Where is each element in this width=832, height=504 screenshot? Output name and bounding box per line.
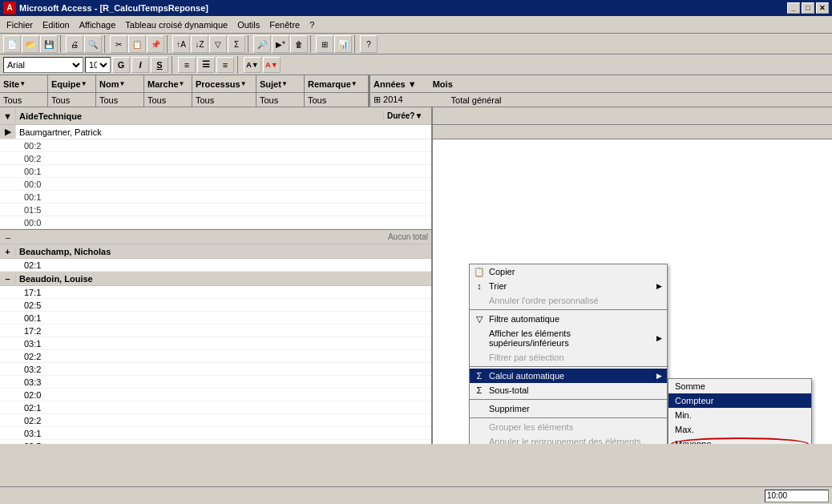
ctx-grouper-label: Grouper les éléments (489, 422, 573, 432)
menu-affichage[interactable]: Affichage (75, 17, 121, 33)
beauchamp-name: Beauchamp, Nicholas (16, 247, 431, 256)
new-record-btn[interactable]: ▶* (272, 35, 289, 53)
fill-color-btn[interactable]: A▼ (244, 57, 261, 73)
minimize-button[interactable]: _ (787, 2, 800, 14)
status-bar: 10:00 (0, 486, 832, 504)
sep3 (167, 35, 170, 53)
underline-btn[interactable]: S (151, 57, 168, 73)
ctx-afficher-elem[interactable]: Afficher les éléments supérieurs/inférie… (470, 326, 667, 350)
maximize-button[interactable]: □ (802, 2, 814, 14)
preview-btn[interactable]: 🔍 (84, 35, 102, 53)
col-header-sujet[interactable]: Sujet▼ (256, 75, 305, 92)
col-header-processus[interactable]: Processus▼ (192, 75, 256, 92)
pivot-btn[interactable]: ⊞ (316, 35, 333, 53)
help-btn[interactable]: ? (360, 35, 378, 53)
beaudoin-row-1: 17:1 (0, 286, 431, 299)
filter-val-equipe: Tous (48, 93, 96, 107)
bold-btn[interactable]: G (112, 57, 130, 73)
font-select[interactable]: Arial (3, 57, 83, 73)
site-arrow: ▼ (19, 80, 26, 87)
new-btn[interactable]: 📄 (3, 35, 21, 53)
year-2014: ⊞ 2014 (374, 95, 403, 105)
filter-btn[interactable]: ▽ (209, 35, 227, 53)
ctx-sous-total-label: Sous-total (489, 385, 529, 395)
context-menu: 📋 Copier ↕ Trier ▶ Annuler l'ordre perso… (469, 264, 668, 444)
beauchamp-data: 02:1 (0, 259, 431, 272)
data-row-7: 00:0 (0, 216, 431, 229)
copy-icon: 📋 (473, 265, 486, 278)
ctx-sep-3 (470, 399, 667, 400)
menu-help[interactable]: ? (305, 17, 319, 33)
expand-baumgartner[interactable]: ▶ (0, 125, 16, 139)
align-center-btn[interactable]: ☰ (197, 57, 215, 73)
beaudoin-name: Beaudoin, Louise (16, 274, 431, 284)
sort-asc-btn[interactable]: ↑A (172, 35, 190, 53)
beaudoin-row-2: 02:5 (0, 299, 431, 312)
sub-max[interactable]: Max. (668, 422, 811, 437)
sep7 (172, 56, 175, 74)
expand-beaudoin[interactable]: – (0, 274, 16, 284)
ctx-trier[interactable]: ↕ Trier ▶ (470, 279, 667, 293)
sigma-btn[interactable]: Σ (228, 35, 245, 53)
menu-edition[interactable]: Edition (38, 17, 75, 33)
size-select[interactable]: 10 (85, 57, 111, 73)
ctx-calcul-auto[interactable]: Σ Calcul automatique ▶ (470, 369, 667, 383)
sort-desc-btn[interactable]: ↓Z (191, 35, 208, 53)
collapse-btn[interactable]: – (0, 232, 16, 242)
column-headers: Site▼ Equipe▼ Nom▼ Marche▼ Processus▼ Su… (0, 75, 832, 93)
sub-min[interactable]: Min. (668, 408, 811, 422)
processus-arrow: ▼ (240, 80, 247, 87)
group-aide-technique: ▼ AideTechnique Durée?▼ (0, 107, 431, 125)
beaudoin-row-6: 02:2 (0, 350, 431, 363)
menu-fichier[interactable]: Fichier (2, 17, 38, 33)
sub-compteur[interactable]: Compteur (668, 393, 811, 408)
paste-btn[interactable]: 📌 (147, 35, 164, 53)
find-btn[interactable]: 🔎 (253, 35, 271, 53)
italic-btn[interactable]: I (131, 57, 149, 73)
menu-fenetre[interactable]: Fenêtre (265, 17, 305, 33)
expand-beauchamp[interactable]: + (0, 247, 16, 256)
beaudoin-row-12: 03:1 (0, 427, 431, 440)
chart-btn[interactable]: 📊 (334, 35, 352, 53)
menu-outils[interactable]: Outils (232, 17, 265, 33)
col-header-remarque[interactable]: Remarque▼ (305, 75, 369, 92)
ctx-sep-2 (470, 366, 667, 367)
copy-btn[interactable]: 📋 (128, 35, 146, 53)
sub-somme[interactable]: Somme (668, 379, 811, 393)
sep6 (354, 35, 357, 53)
open-btn[interactable]: 📂 (22, 35, 39, 53)
save-btn[interactable]: 💾 (40, 35, 58, 53)
ctx-annuler-ordre-label: Annuler l'ordre personnalisé (489, 296, 599, 305)
ctx-copier-label: Copier (489, 267, 515, 276)
align-right-btn[interactable]: ≡ (216, 57, 234, 73)
filter-val-sujet: Tous (256, 93, 305, 107)
subtotal-icon: Σ (473, 384, 486, 397)
data-row-2: 00:2 (0, 152, 431, 165)
ctx-sous-total[interactable]: Σ Sous-total (470, 383, 667, 397)
ctx-filtre-auto-label: Filtre automatique (489, 314, 559, 324)
col-header-nom[interactable]: Nom▼ (96, 75, 144, 92)
year-subheader: ⊞ 2014 Total général (369, 93, 832, 107)
expand-aide-technique[interactable]: ▼ (0, 107, 16, 124)
menu-tableau[interactable]: Tableau croisé dynamique (120, 17, 232, 33)
ctx-filtre-auto[interactable]: ▽ Filtre automatique (470, 312, 667, 326)
ctx-supprimer[interactable]: Supprimer (470, 401, 667, 416)
col-header-marche[interactable]: Marche▼ (144, 75, 192, 92)
ctx-grouper: Grouper les éléments (470, 420, 667, 434)
left-data-panel: ▼ AideTechnique Durée?▼ ▶ Baumgartner, P… (0, 107, 433, 444)
beaudoin-row-13: 02:5 (0, 440, 431, 444)
col-header-site[interactable]: Site▼ (0, 75, 48, 92)
ctx-copier[interactable]: 📋 Copier (470, 264, 667, 279)
cut-btn[interactable]: ✂ (110, 35, 127, 53)
del-record-btn[interactable]: 🗑 (290, 35, 308, 53)
trier-arrow: ▶ (656, 282, 662, 290)
close-button[interactable]: ✕ (816, 2, 829, 14)
col-header-equipe[interactable]: Equipe▼ (48, 75, 96, 92)
sub-moyenne[interactable]: Moyenne (668, 437, 811, 444)
data-content: ▼ AideTechnique Durée?▼ ▶ Baumgartner, P… (0, 107, 832, 444)
font-color-btn[interactable]: A▼ (263, 57, 281, 73)
align-left-btn[interactable]: ≡ (178, 57, 196, 73)
beaudoin-row-4: 17:2 (0, 325, 431, 337)
print-btn[interactable]: 🖨 (66, 35, 83, 53)
beaudoin-row-11: 02:2 (0, 414, 431, 427)
